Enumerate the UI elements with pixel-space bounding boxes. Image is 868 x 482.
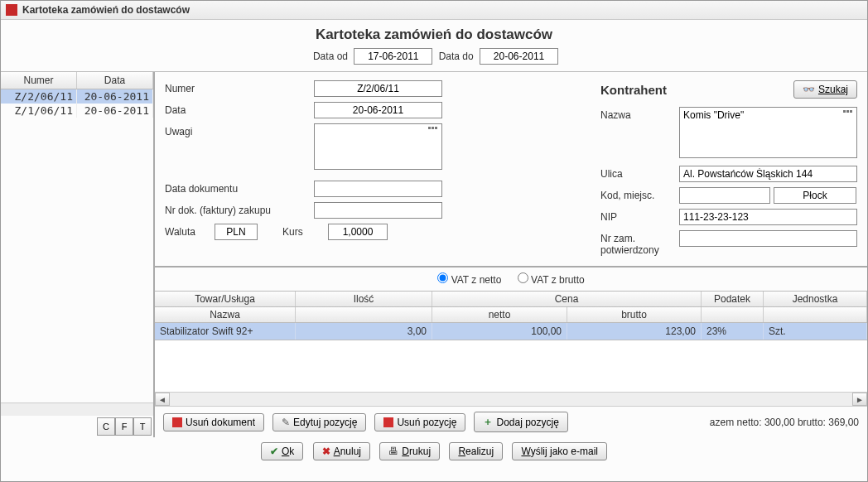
anuluj-button[interactable]: ✖ Anuluj xyxy=(313,442,370,460)
uwagi-field[interactable] xyxy=(314,123,442,170)
kod-label: Kod, miejsc. xyxy=(600,187,679,201)
nazwa-label: Nazwa xyxy=(600,107,679,121)
usun-dokument-button[interactable]: Usuń dokument xyxy=(163,413,264,431)
item-row[interactable]: Stabilizator Swift 92+ 3,00 100,00 123,0… xyxy=(155,323,867,340)
date-to-label: Data do xyxy=(439,51,474,62)
vat-netto-radio[interactable] xyxy=(437,272,448,283)
item-jedn: Szt. xyxy=(764,323,867,340)
action-row: Usuń dokument ✎ Edytuj pozycję Usuń pozy… xyxy=(155,407,867,437)
nr-dok-label: Nr dok. (faktury) zakupu xyxy=(165,202,314,216)
col-nazwa[interactable]: Nazwa xyxy=(155,307,296,322)
ulica-field[interactable] xyxy=(679,166,857,182)
szukaj-button[interactable]: 👓 Szukaj xyxy=(793,80,857,99)
item-ilosc: 3,00 xyxy=(296,323,432,340)
page-header: Kartoteka zamówień do dostawców xyxy=(1,20,867,46)
date-filter-row: Data od Data do xyxy=(1,46,867,71)
wyslij-email-button[interactable]: Wyślij jako e-mail xyxy=(512,442,607,460)
row-data: 20-06-2011 xyxy=(77,89,153,104)
scroll-right-icon[interactable]: ► xyxy=(852,393,867,406)
nr-dok-field[interactable] xyxy=(314,202,442,219)
app-icon xyxy=(6,4,17,16)
row-numer: Z/2/06/11 xyxy=(1,89,77,104)
data-dok-label: Data dokumentu xyxy=(165,181,314,195)
printer-icon: 🖶 xyxy=(388,446,398,457)
date-from-label: Data od xyxy=(313,51,348,62)
binoculars-icon: 👓 xyxy=(803,84,815,95)
items-empty-area xyxy=(155,340,867,392)
nip-label: NIP xyxy=(600,209,679,223)
col-podatek[interactable]: Podatek xyxy=(702,292,764,306)
data-dok-field[interactable] xyxy=(314,181,442,197)
col-data[interactable]: Data xyxy=(77,72,153,89)
miejsc-field[interactable] xyxy=(774,187,856,204)
orders-list-body[interactable]: Z/2/06/11 20-06-2011 Z/1/06/11 20-06-201… xyxy=(1,89,153,402)
minus-icon xyxy=(383,417,393,427)
data-field[interactable] xyxy=(314,102,442,118)
col-ilosc[interactable]: Ilość xyxy=(296,292,432,306)
col-jedn[interactable]: Jednostka xyxy=(764,292,867,306)
col-cena[interactable]: Cena xyxy=(432,292,702,306)
dodaj-pozycje-button[interactable]: ＋ Dodaj pozycję xyxy=(474,412,567,432)
check-icon: ✔ xyxy=(270,446,278,457)
data-label: Data xyxy=(165,102,314,116)
scroll-left-icon[interactable]: ◄ xyxy=(155,393,170,406)
col-numer[interactable]: Numer xyxy=(1,72,77,89)
orders-list-row[interactable]: Z/2/06/11 20-06-2011 xyxy=(1,89,153,104)
minus-icon xyxy=(172,417,182,427)
kurs-label: Kurs xyxy=(282,224,328,238)
form-left: Numer Data Uwagi xyxy=(165,80,587,261)
orders-list-pane: Numer Data Z/2/06/11 20-06-2011 Z/1/06/1… xyxy=(1,72,155,437)
vat-netto-option[interactable]: VAT z netto xyxy=(437,274,501,286)
nrzam-field[interactable] xyxy=(679,230,857,247)
tools-icon: ✎ xyxy=(282,417,290,428)
resize-handle-icon xyxy=(843,110,852,113)
orders-list-header: Numer Data xyxy=(1,72,153,89)
realizuj-button[interactable]: Realizuj xyxy=(449,442,503,460)
edytuj-pozycje-button[interactable]: ✎ Edytuj pozycję xyxy=(272,413,366,431)
col-brutto[interactable]: brutto xyxy=(567,307,702,322)
ulica-label: Ulica xyxy=(600,166,679,180)
date-to-input[interactable] xyxy=(480,48,558,65)
usun-pozycje-button[interactable]: Usuń pozycję xyxy=(374,413,465,431)
titlebar: Kartoteka zamówień do dostawców xyxy=(1,1,867,20)
nrzam-label: Nr zam. potwierdzony xyxy=(600,230,679,256)
waluta-field[interactable] xyxy=(215,224,258,240)
date-from-input[interactable] xyxy=(354,48,432,65)
item-netto: 100,00 xyxy=(432,323,567,340)
bottom-button-row: ✔ OOkk ✖ Anuluj 🖶 Drukuj Realizuj Wyślij… xyxy=(1,437,867,465)
orders-list-row[interactable]: Z/1/06/11 20-06-2011 xyxy=(1,104,153,118)
kod-field[interactable] xyxy=(679,187,770,204)
btn-c[interactable]: C xyxy=(97,417,115,436)
cross-icon: ✖ xyxy=(322,446,330,457)
kurs-field[interactable] xyxy=(328,224,388,240)
item-nazwa: Stabilizator Swift 92+ xyxy=(155,323,296,340)
detail-pane: Numer Data Uwagi xyxy=(155,72,867,437)
uwagi-label: Uwagi xyxy=(165,123,314,137)
row-numer: Z/1/06/11 xyxy=(1,104,77,118)
col-netto[interactable]: netto xyxy=(432,307,567,322)
nazwa-field[interactable] xyxy=(679,107,857,158)
left-tool-buttons: C F T xyxy=(1,416,153,437)
kontrahent-title: Kontrahent xyxy=(600,83,667,97)
szukaj-label: Szukaj xyxy=(818,84,848,95)
totals-text: azem netto: 300,00 brutto: 369,00 xyxy=(710,417,859,428)
ok-button[interactable]: ✔ OOkk xyxy=(261,442,303,460)
col-towar[interactable]: Towar/Usługa xyxy=(155,292,296,306)
nip-field[interactable] xyxy=(679,209,857,225)
item-podatek: 23% xyxy=(702,323,764,340)
items-grid: Towar/Usługa Ilość Cena Podatek Jednostk… xyxy=(155,291,867,340)
drukuj-button[interactable]: 🖶 Drukuj xyxy=(379,442,440,460)
window-title: Kartoteka zamówień do dostawców xyxy=(22,4,190,16)
main-window: Kartoteka zamówień do dostawców Kartotek… xyxy=(0,0,868,482)
row-data: 20-06-2011 xyxy=(77,104,153,118)
item-brutto: 123,00 xyxy=(567,323,702,340)
numer-field[interactable] xyxy=(314,80,442,97)
vat-brutto-radio[interactable] xyxy=(518,272,528,283)
items-h-scrollbar[interactable]: ◄ ► xyxy=(155,392,867,407)
btn-f[interactable]: F xyxy=(115,417,133,436)
plus-icon: ＋ xyxy=(483,415,493,429)
orders-scrollbar[interactable] xyxy=(1,402,153,416)
btn-t[interactable]: T xyxy=(133,417,152,436)
vat-brutto-option[interactable]: VAT z brutto xyxy=(518,274,585,286)
numer-label: Numer xyxy=(165,80,314,94)
